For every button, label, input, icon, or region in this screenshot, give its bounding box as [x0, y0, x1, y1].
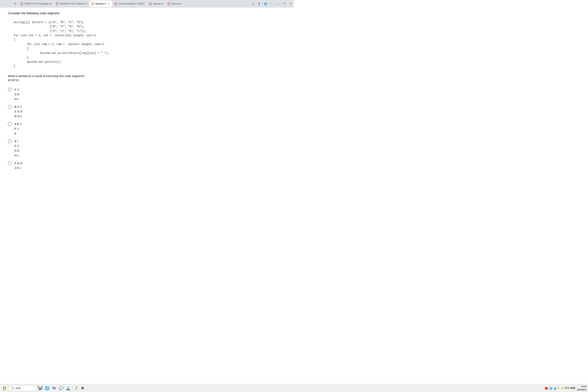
option-b-text: B F J C G K D H L: [14, 104, 22, 118]
tab-5[interactable]: Quizzes 2: [147, 0, 165, 7]
minimize-btn[interactable]: —: [275, 1, 281, 6]
tab-close-3[interactable]: ✕: [107, 2, 110, 5]
radio-b[interactable]: [8, 105, 12, 109]
question-intro: Consider the following code segment.: [8, 12, 286, 15]
tab-label-1: 20240710 AP Computer S: [24, 2, 52, 5]
answer-options: F J G K H L B F J C G K D H L A E J F J …: [8, 86, 286, 172]
option-e-text: F G H J K L: [14, 161, 22, 170]
tab-bar: ‹ › ↻ 20240710 AP Computer S 20240710 AP…: [0, 0, 294, 8]
question-meta: 4CSF15: [8, 78, 286, 82]
radio-c[interactable]: [8, 122, 12, 126]
question-text: What is printed as a result of executing…: [8, 74, 286, 78]
radio-e[interactable]: [8, 161, 12, 165]
tab-4[interactable]: Course Modules: 202407: [112, 0, 146, 7]
radio-d[interactable]: [8, 139, 12, 143]
radio-a[interactable]: [8, 88, 12, 92]
tab-label-4: Course Modules: 202407: [118, 2, 145, 5]
tab-favicon-2: [56, 2, 58, 5]
tab-3[interactable]: Quizzes 2 ✕: [90, 0, 112, 7]
option-c-text: A E J F J K: [14, 122, 21, 136]
tab-favicon-1: [20, 2, 23, 5]
tab-6[interactable]: Quizzes 2: [166, 0, 184, 7]
option-b: B F J C G K D H L: [8, 103, 286, 120]
tab-label-6: Quizzes 2: [172, 2, 182, 5]
globe-btn[interactable]: 🌐: [263, 1, 268, 6]
tab-label-2: 20240710 AP Computer S: [60, 2, 87, 5]
tab-favicon-4: [114, 2, 117, 5]
option-a: F J G K H L: [8, 86, 286, 103]
forward-button[interactable]: ›: [7, 1, 12, 6]
close-btn[interactable]: ✕: [288, 1, 293, 6]
option-c: A E J F J K: [8, 120, 286, 138]
option-d: E I F J G K H L: [8, 138, 286, 159]
tab-1[interactable]: 20240710 AP Computer S: [18, 0, 54, 7]
maximize-btn[interactable]: ❐: [282, 1, 287, 6]
tab-label-5: Quizzes 2: [153, 2, 163, 5]
tab-favicon-3: [91, 2, 94, 5]
option-e: F G H J K L: [8, 159, 286, 172]
page-content: Consider the following code segment. Str…: [0, 8, 294, 180]
tab-favicon-6: [168, 2, 170, 5]
reload-button[interactable]: ↻: [12, 1, 18, 6]
browser-chrome: ‹ › ↻ 20240710 AP Computer S 20240710 AP…: [0, 0, 294, 8]
code-block: String[][] letters = {{"A", "B", "C", "D…: [8, 18, 286, 70]
tab-label-3: Quizzes 2: [95, 2, 106, 5]
option-a-text: F J G K H L: [14, 87, 20, 101]
back-button[interactable]: ‹: [1, 1, 6, 6]
tab-favicon-5: [149, 2, 152, 5]
tab-2[interactable]: 20240710 AP Computer S: [54, 0, 89, 7]
search-icon-btn[interactable]: 🔍: [250, 1, 256, 6]
option-d-text: E I F J G K H L: [14, 139, 20, 158]
more-btn[interactable]: ⋯: [269, 1, 274, 6]
download-btn[interactable]: ⬇: [256, 1, 262, 6]
